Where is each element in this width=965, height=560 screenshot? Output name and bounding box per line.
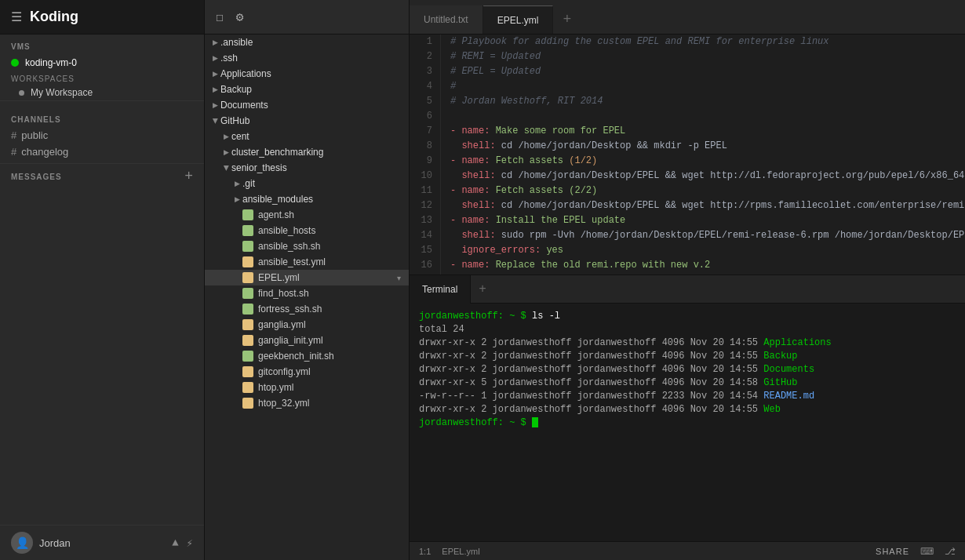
line-number: 10 [410,169,441,184]
file-name: ganglia_init.yml [258,335,323,346]
tree-item--ssh[interactable]: .ssh [205,50,409,66]
file-name-terminal: Documents [763,364,814,375]
tree-item-htop-yml[interactable]: htop.yml [205,380,409,395]
channel-public-label: public [21,129,48,141]
tree-item-fortress-ssh-sh[interactable]: fortress_ssh.sh [205,301,409,317]
terminal-content[interactable]: jordanwesthoff: ~ $ ls -l total 24 drwxr… [410,304,965,541]
chevron-up-icon[interactable]: ▲ [172,536,178,550]
lightning-icon[interactable]: ⚡ [187,536,193,550]
tree-item-ansible-ssh-sh[interactable]: ansible_ssh.sh [205,238,409,254]
line-content: shell: cd /home/jordan/Desktop/EPEL && w… [441,169,965,184]
sidebar-header: ☰ Koding [0,0,204,35]
file-icon [242,366,253,377]
dash-span: - [450,260,461,271]
line-number: 6 [410,109,441,124]
file-icon [242,256,253,267]
terminal-tab[interactable]: Terminal [410,275,471,304]
tab-untitled[interactable]: Untitled.txt [410,5,483,34]
terminal-cursor [532,417,538,427]
hamburger-icon[interactable]: ☰ [11,9,22,25]
tree-item-github[interactable]: GitHub [205,113,409,129]
name-val-span: Install the EPEL update [496,215,626,226]
code-editor[interactable]: 1# Playbook for adding the custom EPEL a… [410,35,965,275]
channel-changelog[interactable]: # changelog [0,144,204,160]
line-content: # REMI = Updated [441,49,965,64]
key-span: shell: [450,140,501,151]
file-name-terminal: GitHub [763,377,797,388]
file-icon [242,288,253,299]
tab-epel[interactable]: EPEL.yml [483,5,554,34]
tree-item-documents[interactable]: Documents [205,97,409,113]
settings-icon[interactable]: ⚙ [233,6,247,28]
folder-name: cent [231,131,249,142]
file-perms: drwxr-xr-x 2 jordanwesthoff jordanwestho… [419,337,763,348]
vms-section-label: VMS [0,35,204,54]
github-icon: ⎇ [945,546,956,557]
file-icon [242,398,253,409]
terminal-total: total 24 [419,323,956,336]
tree-item-agent-sh[interactable]: agent.sh [205,207,409,223]
tree-item-backup[interactable]: Backup [205,82,409,97]
code-line: 16- name: Replace the old remi.repo with… [410,258,965,273]
tree-item-find-host-sh[interactable]: find_host.sh [205,285,409,301]
terminal-prompt2: jordanwesthoff: ~ $ [419,417,532,428]
folder-arrow [209,85,220,93]
tree-item-cluster-benchmarking[interactable]: cluster_benchmarking [205,144,409,160]
line-content: - name: Replace the old remi.repo with n… [441,258,965,273]
hash-icon: # [11,146,16,158]
line-content: ignore_errors: yes [441,243,965,258]
tree-item--ansible[interactable]: .ansible [205,35,409,50]
comment-span: # [450,81,456,92]
tree-item-cent[interactable]: cent [205,129,409,144]
file-icon [242,209,253,220]
username-label: Jordan [39,537,71,549]
file-perms: drwxr-xr-x 2 jordanwesthoff jordanwestho… [419,404,763,415]
tree-item-ganglia-yml[interactable]: ganglia.yml [205,317,409,333]
code-line: 8 shell: cd /home/jordan/Desktop && mkdi… [410,139,965,154]
name-key-span: name: [461,155,495,166]
line-content: # Playbook for adding the custom EPEL an… [441,35,965,49]
dash-span: - [450,155,461,166]
tree-item-htop-32-yml[interactable]: htop_32.yml [205,395,409,411]
new-file-icon[interactable]: ☐ [213,6,227,28]
vm-item[interactable]: koding-vm-0 [0,54,204,71]
tree-item-geekbench-init-sh[interactable]: geekbench_init.sh [205,348,409,364]
share-button[interactable]: SHARE [876,547,909,556]
workspace-name: My Workspace [31,87,93,98]
line-number: 14 [410,228,441,243]
tree-item-ansible-test-yml[interactable]: ansible_test.yml [205,254,409,270]
folder-arrow [220,133,231,140]
code-line: 2# REMI = Updated [410,49,965,64]
code-line: 11- name: Fetch assets (2/2) [410,184,965,198]
terminal-tab-add-button[interactable]: + [471,278,494,301]
terminal-file-line: drwxr-xr-x 5 jordanwesthoff jordanwestho… [419,376,956,390]
kv-key-span: ignore_errors: [450,245,546,256]
tree-item-applications[interactable]: Applications [205,66,409,82]
name-val-span: Replace the old remi.repo with new v.2 [496,260,711,271]
channel-public[interactable]: # public [0,127,204,144]
tree-item--git[interactable]: .git [205,176,409,191]
tree-item-ansible-hosts[interactable]: ansible_hosts [205,223,409,238]
status-left: 1:1 EPEL.yml [419,547,480,556]
sidebar: ☰ Koding VMS koding-vm-0 WORKSPACES My W… [0,0,205,560]
file-name-terminal: Applications [763,337,831,348]
code-line: 9- name: Fetch assets (1/2) [410,154,965,169]
tree-item-ansible-modules[interactable]: ansible_modules [205,191,409,207]
tree-item-gitconfig-yml[interactable]: gitconfig.yml [205,364,409,380]
workspace-item[interactable]: My Workspace [0,85,204,100]
tree-item-senior-thesis[interactable]: senior_thesis [205,160,409,176]
add-message-button[interactable]: + [184,169,193,184]
status-bar: 1:1 EPEL.yml SHARE ⌨ ⎇ [410,541,965,560]
tab-add-button[interactable]: + [553,5,581,34]
file-tree: ☐ ⚙ .ansible.sshApplicationsBackupDocume… [205,0,410,560]
terminal-command: ls -l [532,311,560,322]
line-number: 12 [410,198,441,213]
file-name: htop_32.yml [258,398,309,409]
tree-item-epel-yml[interactable]: EPEL.yml▾ [205,270,409,285]
folder-arrow [220,148,231,156]
folder-arrow [231,180,242,187]
tree-item-ganglia-init-yml[interactable]: ganglia_init.yml [205,333,409,348]
avatar: 👤 [11,532,33,554]
file-perms: drwxr-xr-x 2 jordanwesthoff jordanwestho… [419,364,763,375]
line-content: - name: Fetch assets (2/2) [441,184,965,198]
